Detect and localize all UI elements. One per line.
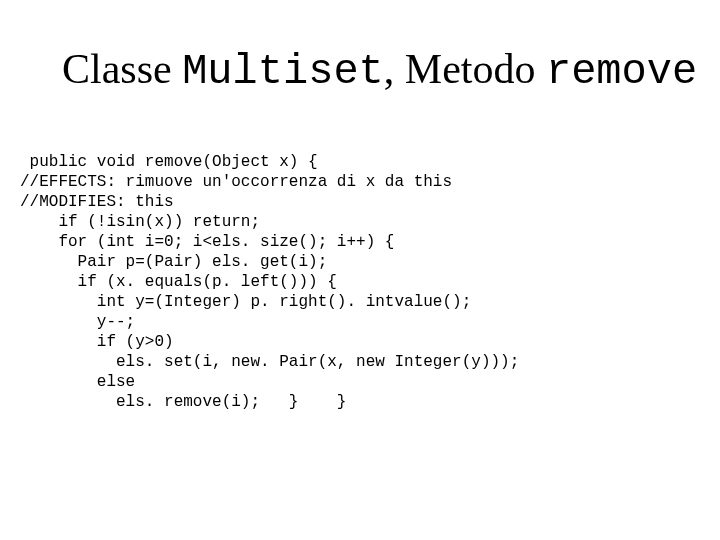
code-line: else [20, 373, 135, 391]
code-line: public void remove(Object x) { [20, 153, 318, 171]
title-mono-2: remove [546, 48, 697, 96]
title-mono-1: Multiset [182, 48, 384, 96]
code-line: y--; [20, 313, 135, 331]
code-line: if (x. equals(p. left())) { [20, 273, 337, 291]
code-line: if (!isin(x)) return; [20, 213, 260, 231]
title-text-2: , Metodo [384, 46, 546, 92]
title-text-1: Classe [62, 46, 182, 92]
code-line: for (int i=0; i<els. size(); i++) { [20, 233, 394, 251]
code-line: if (y>0) [20, 333, 174, 351]
code-line: //EFFECTS: rimuove un'occorrenza di x da… [20, 173, 452, 191]
code-line: Pair p=(Pair) els. get(i); [20, 253, 327, 271]
code-line: els. remove(i); } } [20, 393, 346, 411]
code-line: els. set(i, new. Pair(x, new Integer(y))… [20, 353, 519, 371]
slide: Classe Multiset, Metodo remove public vo… [0, 0, 720, 540]
code-line: int y=(Integer) p. right(). intvalue(); [20, 293, 471, 311]
slide-title: Classe Multiset, Metodo remove [0, 45, 720, 96]
code-line: //MODIFIES: this [20, 193, 174, 211]
code-block: public void remove(Object x) { //EFFECTS… [0, 132, 720, 412]
